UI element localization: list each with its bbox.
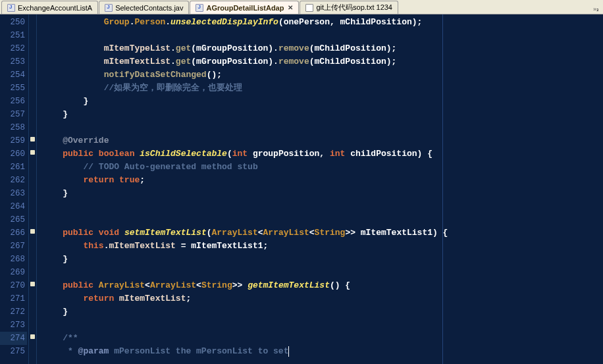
token: mChildPosition bbox=[340, 17, 412, 27]
token bbox=[42, 333, 63, 343]
token: mPersonList the mPersonList to set bbox=[109, 346, 288, 356]
marker-row bbox=[29, 159, 36, 172]
code-line[interactable] bbox=[42, 200, 603, 213]
code-line[interactable]: } bbox=[42, 95, 603, 108]
tab-exchange-account[interactable]: ExchangeAccountListA bbox=[1, 1, 98, 14]
tab-selected-contacts[interactable]: SelectedContacts.jav bbox=[99, 1, 189, 14]
token: . bbox=[170, 57, 176, 66]
line-number: 256 bbox=[0, 95, 27, 108]
marker-row bbox=[29, 28, 36, 41]
code-line[interactable]: // TODO Auto-generated method stub bbox=[42, 161, 603, 174]
tab-label: git上传代码sop.txt 1234 bbox=[316, 3, 392, 13]
code-line[interactable]: Group.Person.unselectedDisplayInfo(onePe… bbox=[42, 16, 603, 29]
token: ( bbox=[309, 43, 315, 53]
token: * bbox=[42, 346, 78, 356]
code-line[interactable]: } bbox=[42, 305, 603, 319]
tab-label: SelectedContacts.jav bbox=[115, 4, 183, 12]
line-number: 266 bbox=[0, 226, 27, 240]
token bbox=[42, 136, 63, 145]
code-line[interactable]: * @param mPersonList the mPersonList to … bbox=[42, 345, 603, 358]
marker-row bbox=[29, 278, 36, 291]
close-icon[interactable]: ✕ bbox=[288, 4, 293, 11]
token: >> bbox=[232, 280, 248, 290]
token: int bbox=[330, 149, 345, 159]
token: String bbox=[315, 228, 346, 238]
token: ArrayList bbox=[150, 280, 196, 290]
code-line[interactable]: return mItemTextList; bbox=[42, 292, 603, 305]
code-line[interactable]: } bbox=[42, 187, 603, 200]
code-line[interactable] bbox=[42, 213, 603, 226]
text-file-icon bbox=[305, 4, 313, 12]
code-line[interactable]: mItemTypeList.get(mGroupPosition).remove… bbox=[42, 42, 603, 55]
token: public bbox=[63, 228, 93, 238]
code-line[interactable]: /** bbox=[42, 332, 603, 345]
code-line[interactable]: this.mItemTextList = mItemTextList1; bbox=[42, 240, 603, 253]
code-line[interactable]: } bbox=[42, 108, 603, 121]
marker-row bbox=[29, 238, 36, 251]
token: mItemTextList bbox=[104, 57, 170, 66]
line-number: 274 bbox=[0, 332, 27, 345]
marker-row bbox=[29, 14, 36, 28]
code-line[interactable]: mItemTextList.get(mGroupPosition).remove… bbox=[42, 55, 603, 68]
line-number: 271 bbox=[0, 292, 27, 305]
token: remove bbox=[278, 43, 309, 53]
token: . bbox=[165, 17, 170, 27]
java-file-icon bbox=[105, 4, 113, 12]
code-line[interactable]: public boolean isChildSelectable(int gro… bbox=[42, 147, 603, 161]
code-line[interactable]: public void setmItemTextList(ArrayList<A… bbox=[42, 226, 603, 240]
code-line[interactable]: public ArrayList<ArrayList<String>> getm… bbox=[42, 279, 603, 292]
code-line[interactable]: notifyDataSetChanged(); bbox=[42, 68, 603, 82]
code-line[interactable]: @Override bbox=[42, 134, 603, 147]
tab-git-sop-txt[interactable]: git上传代码sop.txt 1234 bbox=[300, 1, 398, 14]
token: < bbox=[196, 280, 201, 290]
line-number: 250 bbox=[0, 16, 27, 29]
token: /** bbox=[63, 333, 78, 343]
token: } bbox=[42, 254, 68, 264]
token bbox=[93, 149, 99, 159]
token: getmItemTextList bbox=[248, 280, 330, 290]
token bbox=[42, 228, 63, 238]
token: ); bbox=[412, 17, 423, 27]
line-number-gutter[interactable]: 2502512522532542552562572582592602612622… bbox=[0, 14, 29, 364]
token: @param bbox=[78, 346, 109, 356]
token: ; bbox=[140, 175, 145, 185]
code-editor[interactable]: Group.Person.unselectedDisplayInfo(onePe… bbox=[37, 14, 603, 364]
marker-strip[interactable] bbox=[29, 14, 37, 364]
tab-overflow-button[interactable]: »₃ bbox=[589, 5, 603, 14]
token: ( bbox=[191, 57, 196, 66]
token: unselectedDisplayInfo bbox=[170, 17, 278, 27]
change-marker-icon bbox=[30, 150, 35, 155]
code-line[interactable]: } bbox=[42, 253, 603, 266]
token: >> bbox=[345, 228, 360, 238]
code-line[interactable] bbox=[42, 266, 603, 279]
code-line[interactable]: //如果为空，即删除完全，也要处理 bbox=[42, 82, 603, 95]
marker-row bbox=[29, 291, 36, 304]
token bbox=[42, 241, 83, 251]
token bbox=[93, 280, 99, 290]
line-number: 264 bbox=[0, 200, 27, 213]
token: (); bbox=[207, 70, 222, 80]
token: } bbox=[42, 109, 68, 119]
code-line[interactable] bbox=[42, 319, 603, 332]
marker-row bbox=[29, 41, 36, 54]
token bbox=[42, 175, 83, 185]
marker-row bbox=[29, 304, 36, 317]
token: } bbox=[42, 307, 68, 317]
tab-label: ExchangeAccountListA bbox=[18, 4, 92, 12]
line-number: 258 bbox=[0, 121, 27, 134]
code-line[interactable]: return true; bbox=[42, 174, 603, 187]
tab-agroup-detail[interactable]: AGroupDetailListAdap ✕ bbox=[190, 1, 299, 14]
code-line[interactable] bbox=[42, 121, 603, 134]
marker-row bbox=[29, 265, 36, 278]
marker-row bbox=[29, 251, 36, 265]
token: ArrayList bbox=[212, 228, 258, 238]
token: ; bbox=[186, 294, 191, 303]
marker-row bbox=[29, 146, 36, 159]
token: ( bbox=[227, 149, 232, 159]
token: } bbox=[42, 96, 88, 106]
token: ( bbox=[207, 228, 212, 238]
change-marker-icon bbox=[30, 334, 35, 339]
line-number: 251 bbox=[0, 29, 27, 42]
token: boolean bbox=[99, 149, 135, 159]
code-line[interactable] bbox=[42, 29, 603, 42]
